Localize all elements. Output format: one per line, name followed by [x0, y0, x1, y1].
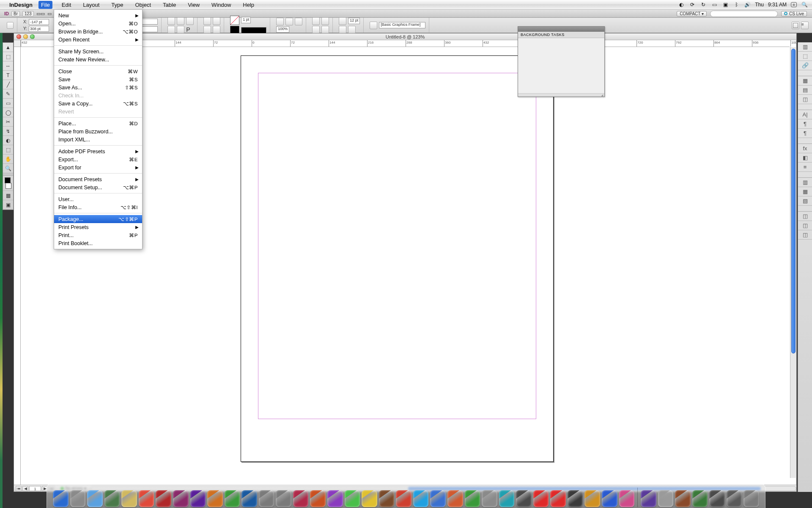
dock-app-13[interactable] [276, 490, 291, 507]
panel-icon-9[interactable]: ¶ [798, 119, 812, 129]
panel-icon-21[interactable]: ◫ [798, 221, 812, 230]
page-number-field[interactable]: 1 [29, 486, 41, 491]
panel-icon-16[interactable]: ▥ [798, 178, 812, 187]
panel-menu-button[interactable]: ≡ [801, 22, 809, 29]
vertical-scrollbar[interactable] [790, 47, 796, 478]
menuitem-adobe-pdf-presets[interactable]: Adobe PDF Presets▶ [54, 147, 142, 155]
panel-icon-18[interactable]: ▧ [798, 196, 812, 206]
fx-button[interactable] [276, 18, 284, 25]
dock-app-31[interactable] [584, 490, 600, 507]
fit-button-1[interactable] [339, 26, 346, 33]
page[interactable] [241, 55, 554, 462]
dock-app-29[interactable] [550, 490, 566, 507]
stroke-weight-field[interactable]: 1 pt [241, 17, 251, 23]
tool-1[interactable]: ⬚ [3, 52, 13, 61]
dock-app-35[interactable] [658, 490, 674, 507]
panel-icon-17[interactable]: ▦ [798, 187, 812, 196]
menu-edit[interactable]: Edit [59, 1, 74, 9]
tool-2[interactable]: ↔ [3, 61, 13, 71]
bridge-icon[interactable]: Br [11, 11, 20, 17]
stroke-color-icon[interactable] [5, 183, 11, 189]
dock-app-6[interactable] [156, 490, 171, 507]
panel-icon-8[interactable]: A| [798, 110, 812, 119]
panel-icon-12[interactable]: fx [798, 144, 812, 153]
corner-field[interactable]: 12 pt [348, 18, 360, 24]
opacity-field[interactable]: 100% [276, 26, 289, 33]
dock-app-40[interactable] [743, 490, 759, 507]
dock-app-27[interactable] [516, 490, 532, 507]
menuitem-print-booklet[interactable]: Print Booklet... [54, 239, 142, 247]
corner-button[interactable] [339, 17, 346, 25]
menuitem-file-info[interactable]: File Info...⌥⇧⌘I [54, 203, 142, 211]
tool-13[interactable]: 🔍 [3, 164, 13, 173]
menu-help[interactable]: Help [240, 1, 257, 9]
menuitem-new[interactable]: New▶ [54, 11, 142, 19]
dock-app-34[interactable] [641, 490, 656, 507]
menuitem-browse-in-bridge[interactable]: Browse in Bridge...⌥⌘O [54, 28, 142, 36]
weather-icon[interactable]: ◐ [678, 1, 685, 8]
display-icon[interactable]: ▭ [711, 1, 718, 8]
panel-icon-14[interactable]: ≡ [798, 163, 812, 172]
panel-icon-2[interactable]: 🔗 [798, 61, 812, 70]
panel-resize-grip[interactable]: ◢ [518, 93, 604, 97]
select-prev-button[interactable] [203, 26, 211, 33]
menuitem-create-new-review[interactable]: Create New Review... [54, 55, 142, 64]
fill-stroke-swatches[interactable] [3, 176, 13, 191]
dock-app-3[interactable] [104, 490, 120, 507]
stroke-style-field[interactable] [241, 27, 266, 33]
search-icon[interactable]: 🔍 [801, 1, 808, 8]
dock-app-32[interactable] [602, 490, 617, 507]
menuitem-export[interactable]: Export...⌘E [54, 155, 142, 163]
ruler-origin[interactable] [14, 40, 21, 47]
dock-app-36[interactable] [675, 490, 691, 507]
menuitem-export-for[interactable]: Export for▶ [54, 163, 142, 171]
clock-time[interactable]: 9:31 AM [768, 2, 787, 8]
menuitem-document-setup[interactable]: Document Setup...⌥⌘P [54, 183, 142, 191]
object-style-icon[interactable] [370, 22, 377, 29]
dock-app-21[interactable] [413, 490, 429, 507]
panel-tab[interactable]: BACKGROUND TASKS [518, 32, 604, 38]
tool-12[interactable]: ✋ [3, 155, 13, 164]
dock-app-24[interactable] [465, 490, 480, 507]
sync-icon[interactable]: ⟳ [689, 1, 696, 8]
wrap-none-button[interactable] [312, 17, 320, 25]
dock-app-15[interactable] [310, 490, 326, 507]
menuitem-save-as[interactable]: Save As...⇧⌘S [54, 83, 142, 91]
tool-7[interactable]: ◯ [3, 108, 13, 117]
screen-mode-tool-icon[interactable]: ▣ [3, 200, 13, 210]
menuitem-place[interactable]: Place...⌘D [54, 119, 142, 127]
rotate-cw-button[interactable] [167, 17, 175, 25]
dock-app-5[interactable] [139, 490, 154, 507]
object-style-select[interactable]: [Basic Graphics Frame] [379, 22, 425, 28]
dock-app-18[interactable] [362, 490, 377, 507]
transform-button[interactable] [177, 26, 184, 33]
search-input[interactable] [710, 11, 778, 17]
opacity-button[interactable] [285, 18, 293, 25]
menuitem-open-recent[interactable]: Open Recent▶ [54, 36, 142, 44]
panel-icon-6[interactable]: ◫ [798, 95, 812, 104]
quick-apply-button[interactable] [792, 22, 799, 29]
minimize-window-button[interactable] [23, 34, 28, 39]
menuitem-package[interactable]: Package...⌥⇧⌘P [54, 215, 142, 223]
menuitem-place-from-buzzword[interactable]: Place from Buzzword... [54, 127, 142, 135]
menuitem-close[interactable]: Close⌘W [54, 67, 142, 75]
flip-h-button[interactable] [186, 17, 194, 25]
dock-app-28[interactable] [533, 490, 549, 507]
dock-app-4[interactable] [121, 490, 137, 507]
y-field[interactable]: 308 pt [29, 26, 49, 32]
dock-app-23[interactable] [447, 490, 463, 507]
x-field[interactable]: -147 pt [29, 19, 49, 25]
app-name[interactable]: InDesign [9, 2, 33, 8]
menuitem-print[interactable]: Print...⌘P [54, 231, 142, 239]
panel-icon-13[interactable]: ◧ [798, 153, 812, 163]
dock-app-16[interactable] [327, 490, 343, 507]
dock-app-22[interactable] [430, 490, 446, 507]
first-page-button[interactable]: ⏮ [16, 486, 22, 491]
tool-9[interactable]: ↯ [3, 127, 13, 136]
sync-icon-2[interactable]: ↻ [700, 1, 707, 8]
fill-color-icon[interactable] [5, 177, 11, 183]
dock-app-0[interactable] [53, 490, 69, 507]
scrollbar-thumb[interactable] [791, 49, 796, 353]
prev-page-button[interactable]: ◀ [22, 486, 28, 491]
select-container-button[interactable] [203, 17, 211, 25]
